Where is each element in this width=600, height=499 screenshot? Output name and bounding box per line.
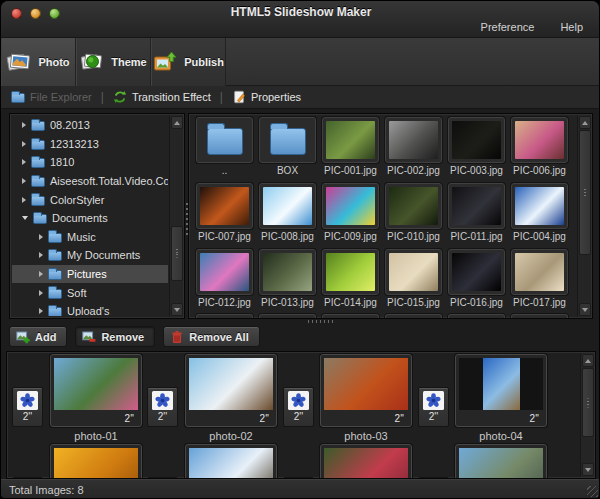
grid-item-pic-001-jpg[interactable]: PIC-001.jpg [321,117,380,176]
grid-item-pic-017-jpg[interactable]: PIC-017.jpg [510,249,569,308]
chevron-right-icon[interactable] [39,271,43,277]
transition-button[interactable]: 2'' [12,387,43,427]
tree-item-12313213[interactable]: 12313213 [12,135,168,154]
thumbnail-image [452,121,501,159]
grid-item-pic-010-jpg[interactable]: PIC-010.jpg [384,183,443,242]
thumbnail-image [326,121,375,159]
toolbar-item-properties[interactable]: Properties [232,90,301,104]
grid-item-pic-002-jpg[interactable]: PIC-002.jpg [384,117,443,176]
tab-publish[interactable]: Publish [151,38,226,86]
remove-all-button[interactable]: Remove All [163,326,260,347]
transition-button[interactable]: 2'' [418,387,449,427]
transition-duration: 2'' [429,411,438,422]
chevron-right-icon[interactable] [39,308,43,314]
grid-item-pic-004-jpg[interactable]: PIC-004.jpg [510,183,569,242]
grid-item-pic-006-jpg[interactable]: PIC-006.jpg [510,117,569,176]
chevron-right-icon[interactable] [22,178,26,184]
add-button[interactable]: Add [9,326,67,347]
grid-item-pic-009-jpg[interactable]: PIC-009.jpg [321,183,380,242]
scroll-thumb[interactable] [582,368,594,437]
scroll-up-button[interactable] [171,116,183,129]
tree-item-08-2013[interactable]: 08.2013 [12,116,168,135]
remove-button[interactable]: Remove [75,326,155,347]
folder-icon [31,121,45,131]
tree-item-upload-s[interactable]: Upload's [12,302,168,316]
grid-item-pic-013-jpg[interactable]: PIC-013.jpg [258,249,317,308]
horizontal-splitter-grip[interactable] [308,320,334,323]
chevron-right-icon[interactable] [22,122,26,128]
grid-scrollbar[interactable] [577,115,591,317]
tab-photo[interactable]: Photo [1,38,76,86]
scroll-thumb[interactable] [579,130,591,255]
scroll-down-button[interactable] [582,463,594,476]
grid-item-pic-008-jpg[interactable]: PIC-008.jpg [258,183,317,242]
resize-grip[interactable] [587,486,598,497]
menu-help[interactable]: Help [560,21,583,33]
transition-button[interactable]: 2'' [283,387,314,427]
scroll-thumb[interactable] [171,226,183,281]
scroll-up-button[interactable] [582,354,594,367]
strip-photo-frame: 2'' [455,354,547,427]
chevron-right-icon[interactable] [39,252,43,258]
transition-effect-icon-box [288,391,309,410]
strip-photo-image [54,358,138,410]
chevron-right-icon[interactable] [22,197,26,203]
tree-item-music[interactable]: Music [12,228,168,247]
tree-item-1810[interactable]: 1810 [12,153,168,172]
tree-item-my-documents[interactable]: My Documents [12,246,168,265]
trash-icon [170,330,184,344]
grid-item-pic-012-jpg[interactable]: PIC-012.jpg [195,249,254,308]
thumbnail-label: PIC-001.jpg [321,165,380,176]
grid-item-pic-015-jpg[interactable]: PIC-015.jpg [384,249,443,308]
thumbnail-frame [385,249,442,295]
pinwheel-icon [290,392,307,409]
grid-item-pic-014-jpg[interactable]: PIC-014.jpg [321,249,380,308]
scroll-down-button[interactable] [579,303,591,316]
strip-scrollbar[interactable] [580,353,594,477]
strip-photo-photo-04[interactable]: 2''photo-04 [455,354,547,442]
chevron-right-icon[interactable] [22,141,26,147]
grid-item-pic-011-jpg[interactable]: PIC-011.jpg [447,183,506,242]
tree-scrollbar[interactable] [169,115,183,317]
toolbar-item-label: File Explorer [30,91,92,103]
chevron-right-icon[interactable] [39,234,43,240]
chevron-right-icon[interactable] [22,159,26,165]
strip-photo-photo-02[interactable]: 2''photo-02 [185,354,277,442]
thumbnail-label: PIC-003.jpg [447,165,506,176]
grid-item-pic-016-jpg[interactable]: PIC-016.jpg [447,249,506,308]
transition-button[interactable]: 2'' [147,387,178,427]
toolbar-item-transition-effect[interactable]: Transition Effect [113,90,211,104]
strip-photo-frame: 2'' [320,444,412,479]
tree-item-pictures[interactable]: Pictures [12,265,168,284]
strip-photo-photo-05[interactable]: 2''photo-05 [50,444,142,479]
thumbnail-frame [448,183,505,229]
chevron-down-icon[interactable] [22,216,28,220]
grid-item-pic-003-jpg[interactable]: PIC-003.jpg [447,117,506,176]
arrow-up-icon [582,121,588,125]
folder-icon [48,251,62,261]
strip-photo-photo-07[interactable]: 2''photo-07 [320,444,412,479]
strip-photo-photo-01[interactable]: 2''photo-01 [50,354,142,442]
thumbnail-label: PIC-006.jpg [510,165,569,176]
strip-photo-photo-06[interactable]: 2''photo-06 [185,444,277,479]
tree-item-colorstyler[interactable]: ColorStyler [12,190,168,209]
tree-item-soft[interactable]: Soft [12,283,168,302]
scroll-down-button[interactable] [171,303,183,316]
thumbnail-frame [322,314,379,319]
grid-item-pic-007-jpg[interactable]: PIC-007.jpg [195,183,254,242]
scroll-up-button[interactable] [579,116,591,129]
strip-photo-photo-08[interactable]: 2''photo-08 [455,444,547,479]
grid-item-box[interactable]: BOX [258,117,317,176]
chevron-right-icon[interactable] [39,290,43,296]
folder-icon [48,270,62,280]
tree-item-documents[interactable]: Documents [12,209,168,228]
grid-item--[interactable]: .. [195,117,254,176]
menu-preference[interactable]: Preference [481,21,535,33]
thumbnail-label: .. [195,165,254,176]
thumbnail-image [389,253,438,291]
titlebar: HTML5 Slideshow Maker Preference Help [1,1,600,38]
strip-photo-frame: 2'' [455,444,547,479]
tab-theme[interactable]: Theme [76,38,151,86]
tree-item-aiseesoft-total-video-converter-p[interactable]: Aiseesoft.Total.Video.Converter.P [12,172,168,191]
strip-photo-photo-03[interactable]: 2''photo-03 [320,354,412,442]
